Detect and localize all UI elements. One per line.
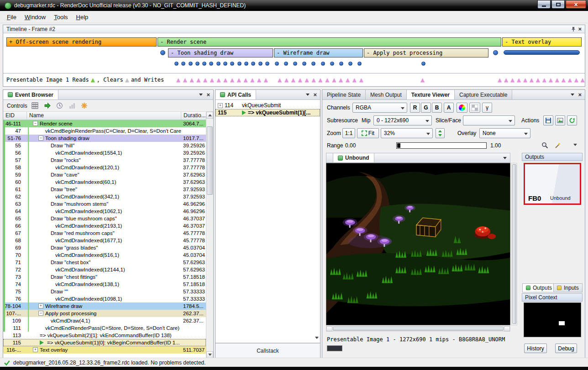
overlay-select[interactable]: None bbox=[479, 128, 530, 138]
tab-mesh-output[interactable]: Mesh Output bbox=[366, 90, 407, 99]
write-triangle-icon[interactable]: ▲ bbox=[332, 77, 336, 83]
timeline-bar-wireframe[interactable]: - Wireframe draw bbox=[274, 48, 363, 57]
refresh-button[interactable] bbox=[567, 115, 577, 125]
expand-icon[interactable]: + bbox=[38, 303, 43, 308]
menu-help[interactable]: Help bbox=[72, 12, 93, 22]
tab-texture-viewer[interactable]: Texture Viewer bbox=[407, 90, 455, 99]
write-triangle-icon[interactable]: ▲ bbox=[244, 77, 248, 83]
alpha-channel-button[interactable]: A bbox=[444, 103, 454, 113]
history-button[interactable]: History bbox=[524, 344, 547, 353]
event-row-67[interactable]: 67Draw "red mushroom caps"45.77778 bbox=[3, 229, 206, 237]
event-row-68[interactable]: 68vkCmdDrawIndexed(1677,1)45.77778 bbox=[3, 237, 206, 244]
column-name[interactable]: Name bbox=[27, 112, 181, 120]
colorwheel-button[interactable] bbox=[457, 103, 467, 113]
draw-dot[interactable] bbox=[275, 62, 279, 66]
write-triangle-icon[interactable]: ▲ bbox=[555, 77, 559, 83]
write-triangle-icon[interactable]: ▲ bbox=[217, 77, 221, 83]
draw-dot[interactable] bbox=[348, 62, 352, 66]
draw-dot[interactable] bbox=[293, 62, 297, 66]
write-triangle-icon[interactable]: ▲ bbox=[359, 77, 363, 83]
slice-face-select[interactable] bbox=[463, 115, 515, 125]
event-row-116-...[interactable]: 116-...+Text overlay511.7037 bbox=[3, 346, 206, 354]
green-channel-button[interactable]: G bbox=[421, 103, 431, 113]
texture-horizontal-scrollbar[interactable] bbox=[326, 326, 510, 332]
event-row-61[interactable]: 61Draw "tree"37.92593 bbox=[3, 186, 206, 193]
tab-pipeline-state[interactable]: Pipeline State bbox=[322, 90, 366, 99]
callstack-section[interactable]: Callstack bbox=[215, 343, 320, 358]
alpha-background-button[interactable] bbox=[469, 103, 480, 113]
write-triangle-icon[interactable]: ▲ bbox=[574, 77, 578, 83]
event-row-56[interactable]: 56vkCmdDrawIndexed(1554,1)39.25926 bbox=[3, 149, 206, 156]
zoom-fit-button[interactable]: Fit bbox=[357, 128, 379, 138]
panel-close-icon[interactable]: × bbox=[313, 92, 317, 98]
event-browser-scrollbar[interactable] bbox=[206, 112, 213, 358]
write-triangle-icon[interactable]: ▲ bbox=[536, 77, 540, 83]
tab-capture-executable[interactable]: Capture Executable bbox=[455, 90, 512, 99]
event-row-115[interactable]: 115=> vkQueueSubmit(1)[0]: vkBeginComman… bbox=[3, 339, 206, 346]
write-triangle-icon[interactable]: ▲ bbox=[562, 77, 566, 83]
blue-channel-button[interactable]: B bbox=[432, 103, 442, 113]
event-row-46-111[interactable]: 46-111−Render scene3064.7... bbox=[3, 120, 206, 127]
tab-event-browser[interactable]: Event Browser bbox=[3, 90, 58, 99]
write-triangle-icon[interactable]: ▲ bbox=[530, 77, 534, 83]
scroll-thumb[interactable] bbox=[512, 164, 516, 324]
draw-dot[interactable] bbox=[339, 62, 343, 66]
draw-dot[interactable] bbox=[181, 62, 185, 66]
zoom-select[interactable]: 32% bbox=[381, 128, 433, 138]
event-row-78-104[interactable]: 78-104+Wireframe draw1784.5... bbox=[3, 302, 206, 310]
event-table-header[interactable]: EID Name Duratio... bbox=[3, 112, 213, 120]
menu-file[interactable]: File bbox=[3, 12, 21, 22]
scroll-thumb[interactable] bbox=[207, 126, 213, 195]
save-button[interactable] bbox=[543, 115, 553, 125]
event-row-66[interactable]: 66vkCmdDrawIndexed(2193,1)46.37037 bbox=[3, 222, 206, 229]
write-triangle-icon[interactable]: ▲ bbox=[203, 77, 207, 83]
scroll-right-icon[interactable] bbox=[504, 326, 510, 331]
event-row-63[interactable]: 63Draw "mushroom stems"46.96296 bbox=[3, 200, 206, 208]
draw-dot[interactable] bbox=[230, 62, 234, 66]
mip-select[interactable]: 0 - 1272x690 bbox=[373, 115, 432, 125]
titlebar[interactable]: debugmarker.rdc - RenderDoc Unofficial r… bbox=[0, 0, 588, 11]
debug-button[interactable]: Debug bbox=[555, 344, 577, 353]
write-triangle-icon[interactable]: ▲ bbox=[210, 77, 214, 83]
write-triangle-icon[interactable]: ▲ bbox=[305, 77, 309, 83]
draw-dot[interactable] bbox=[302, 62, 306, 66]
draw-dot[interactable] bbox=[321, 62, 325, 66]
write-triangle-icon[interactable]: ▲ bbox=[325, 77, 329, 83]
zoom-1-1-button[interactable]: 1:1 bbox=[342, 128, 355, 138]
timeline-header[interactable]: Timeline - Frame #2 × bbox=[3, 25, 585, 33]
write-triangle-icon[interactable]: ▲ bbox=[291, 77, 295, 83]
write-triangle-icon[interactable]: ▲ bbox=[223, 77, 227, 83]
collapse-icon[interactable]: − bbox=[38, 135, 43, 141]
write-triangle-icon[interactable]: ▲ bbox=[311, 77, 315, 83]
maximize-button[interactable] bbox=[551, 0, 565, 9]
range-slider[interactable] bbox=[396, 142, 487, 149]
write-triangle-icon[interactable]: ▲ bbox=[250, 77, 254, 83]
draw-dot[interactable] bbox=[265, 62, 269, 66]
draw-dot[interactable] bbox=[357, 62, 362, 66]
event-row-62[interactable]: 62vkCmdDrawIndexed(342,1)37.92593 bbox=[3, 193, 206, 200]
tab-api-calls[interactable]: API Calls bbox=[215, 90, 256, 99]
pin-icon[interactable] bbox=[569, 25, 578, 34]
expand-icon[interactable]: + bbox=[33, 347, 38, 352]
event-row-111[interactable]: 111vkCmdEndRenderPass(C=Store, D=Store, … bbox=[3, 324, 206, 332]
event-row-73[interactable]: 73Draw "chest fittings"57.18518 bbox=[3, 273, 206, 281]
scroll-thumb[interactable] bbox=[333, 327, 504, 331]
texture-tab-list-icon[interactable] bbox=[503, 157, 507, 161]
event-row-55[interactable]: 55Draw "hill"39.25926 bbox=[3, 142, 206, 149]
timeline-bar-render-scene[interactable]: - Render scene bbox=[158, 37, 501, 47]
draw-dot[interactable] bbox=[195, 62, 200, 66]
draw-dot[interactable] bbox=[223, 62, 227, 66]
panel-close-icon[interactable]: × bbox=[206, 92, 210, 98]
write-triangle-icon[interactable]: ▲ bbox=[196, 77, 200, 83]
filter-icon[interactable] bbox=[31, 101, 40, 110]
event-row-107-...[interactable]: 107-...−Apply post processing262.37... bbox=[3, 310, 206, 317]
menu-tools[interactable]: Tools bbox=[50, 12, 72, 22]
draw-dot[interactable] bbox=[284, 62, 288, 66]
write-triangle-icon[interactable]: ▲ bbox=[183, 77, 187, 83]
event-row-74[interactable]: 74vkCmdDrawIndexed(138,1)57.18518 bbox=[3, 281, 206, 288]
column-eid[interactable]: EID bbox=[3, 112, 27, 120]
autofit-range-button[interactable] bbox=[552, 140, 562, 150]
event-row-64[interactable]: 64vkCmdDrawIndexed(1062,1)46.96296 bbox=[3, 208, 206, 215]
range-slider-thumb[interactable] bbox=[397, 143, 400, 148]
zoom-range-button[interactable] bbox=[540, 140, 550, 150]
